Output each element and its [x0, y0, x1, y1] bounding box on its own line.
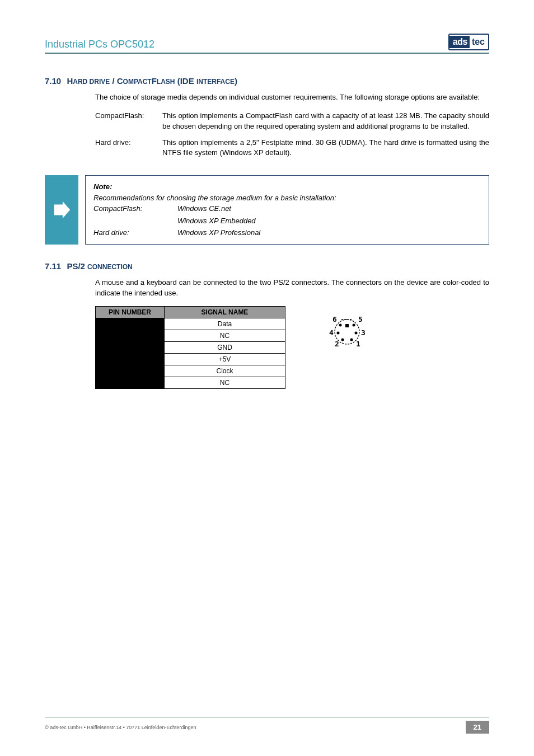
note-line: Recommendations for choosing the storage… — [93, 192, 481, 204]
note-arrow-icon — [45, 175, 78, 245]
h-c: / C — [110, 76, 123, 86]
svg-point-6 — [350, 339, 353, 341]
section-number: 7.10 — [45, 76, 61, 86]
svg-text:1: 1 — [356, 340, 360, 348]
desc-harddrive: This option implements a 2,5" Festplatte… — [162, 138, 489, 159]
pin-cell — [96, 342, 165, 354]
h-h: INTERFACE — [196, 78, 235, 86]
svg-text:4: 4 — [329, 328, 334, 337]
h-g: (IDE — [175, 76, 196, 86]
signal-cell: Clock — [165, 365, 285, 377]
svg-text:3: 3 — [361, 328, 366, 337]
th-signal: SIGNAL NAME — [165, 307, 285, 318]
svg-text:6: 6 — [332, 315, 337, 323]
header-title: Industrial PCs OPC5012 — [45, 39, 154, 50]
h-b: ARD DRIVE — [73, 78, 110, 86]
signal-cell: NC — [165, 330, 285, 342]
note-v0: Windows CE.net — [177, 203, 481, 214]
note-block: Note: Recommendations for choosing the s… — [45, 175, 489, 245]
pin-cell — [96, 365, 165, 377]
section-number-2: 7.11 — [45, 261, 61, 271]
page-footer: © ads-tec GmbH • Raiffeisenstr.14 • 7077… — [45, 717, 489, 734]
th-pin: PIN NUMBER — [96, 307, 165, 318]
term-harddrive: Hard drive: — [95, 138, 162, 159]
svg-point-0 — [339, 324, 342, 327]
h-f: LASH — [157, 78, 175, 86]
svg-text:2: 2 — [335, 340, 339, 348]
signal-cell: GND — [165, 342, 285, 354]
pin-cell — [96, 330, 165, 342]
note-k1 — [93, 215, 177, 227]
h-a: H — [67, 76, 73, 86]
signal-cell: Data — [165, 318, 285, 330]
ps2-connector-diagram: 6 5 4 3 2 1 — [325, 311, 369, 351]
h2-a: PS/2 — [67, 261, 87, 271]
section-7-11-heading: 7.11 PS/2 CONNECTION — [45, 261, 489, 271]
term-compactflash: CompactFlash: — [95, 111, 162, 132]
note-k0: CompactFlash: — [93, 203, 177, 214]
svg-rect-2 — [345, 324, 349, 327]
note-title: Note: — [93, 181, 481, 192]
pin-cell — [96, 354, 165, 365]
pin-cell — [96, 377, 165, 389]
section-7-11-intro: A mouse and a keyboard can be connected … — [95, 278, 489, 299]
desc-compactflash: This option implements a CompactFlash ca… — [162, 111, 489, 132]
logo-left: ads — [449, 36, 470, 48]
note-k2: Hard drive: — [93, 227, 177, 238]
note-v2: Windows XP Professional — [177, 227, 481, 238]
svg-point-3 — [337, 332, 340, 335]
svg-text:5: 5 — [358, 315, 363, 323]
svg-point-1 — [353, 324, 355, 327]
signal-cell: +5V — [165, 354, 285, 365]
pin-table: PIN NUMBER SIGNAL NAME Data NC GND +5V C… — [95, 306, 285, 389]
definition-list: CompactFlash: This option implements a C… — [95, 111, 489, 158]
logo-right: tec — [470, 36, 488, 48]
svg-point-5 — [341, 339, 344, 341]
page-header: Industrial PCs OPC5012 ads tec — [45, 34, 489, 54]
h-d: OMPACT — [123, 78, 152, 86]
page-number: 21 — [466, 721, 489, 734]
h-e: F — [152, 76, 157, 86]
h-i: ) — [235, 76, 237, 86]
section-7-10-heading: 7.10 HARD DRIVE / COMPACTFLASH (IDE INTE… — [45, 76, 489, 86]
footer-copyright: © ads-tec GmbH • Raiffeisenstr.14 • 7077… — [45, 725, 196, 730]
svg-point-4 — [355, 332, 358, 335]
section-7-10-intro: The choice of storage media depends on i… — [95, 92, 489, 103]
pin-cell — [96, 318, 165, 330]
note-v1: Windows XP Embedded — [177, 215, 481, 227]
logo: ads tec — [448, 34, 489, 50]
signal-cell: NC — [165, 377, 285, 389]
h2-b: CONNECTION — [87, 263, 133, 271]
